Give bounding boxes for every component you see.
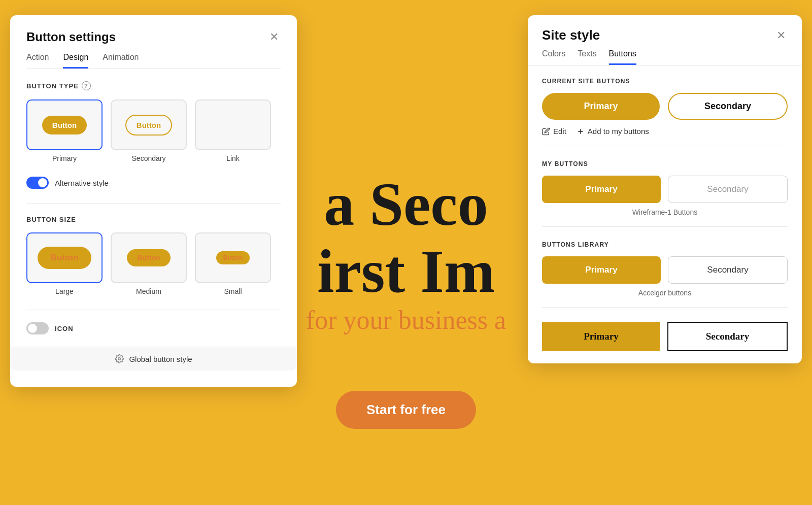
divider-2 <box>26 310 281 310</box>
btn-type-link-box[interactable] <box>195 99 271 150</box>
button-size-label: BUTTON SIZE <box>26 216 281 223</box>
divider-1 <box>26 203 281 204</box>
tab-texts[interactable]: Texts <box>578 49 596 65</box>
current-site-buttons-heading: CURRENT SITE BUTTONS <box>542 78 788 85</box>
serif-buttons-row: Primary Secondary <box>542 322 788 351</box>
btn-size-small-box[interactable]: Button <box>195 232 271 283</box>
alternative-style-label: Alternative style <box>55 179 109 187</box>
panel-header: Button settings ✕ <box>26 29 281 45</box>
btn-type-secondary-box[interactable]: Button <box>111 99 187 150</box>
button-size-grid: Button Large Button Medium Button Small <box>26 232 281 295</box>
headline-text-2: irst Im <box>306 238 506 305</box>
gear-icon <box>115 354 124 363</box>
serif-secondary-button[interactable]: Secondary <box>667 322 788 351</box>
btn-type-secondary-label: Secondary <box>132 154 166 162</box>
my-primary-button[interactable]: Primary <box>542 176 661 203</box>
btn-size-small[interactable]: Button Small <box>195 232 271 295</box>
btn-size-small-label: Small <box>224 287 242 295</box>
my-buttons-row: Primary Secondary <box>542 176 788 203</box>
tab-colors[interactable]: Colors <box>542 49 565 65</box>
inner-small-btn: Button <box>216 251 250 264</box>
button-type-label: BUTTON TYPE ? <box>26 81 281 90</box>
inner-secondary-btn: Button <box>125 115 172 136</box>
my-secondary-button[interactable]: Secondary <box>668 176 788 203</box>
edit-button[interactable]: Edit <box>542 127 566 136</box>
accelgor-name: Accelgor buttons <box>542 289 788 308</box>
btn-type-secondary[interactable]: Button Secondary <box>111 99 187 162</box>
btn-type-link-label: Link <box>226 154 240 162</box>
buttons-library-heading: BUTTONS LIBRARY <box>542 241 788 248</box>
btn-type-primary-label: Primary <box>52 154 77 162</box>
current-secondary-button[interactable]: Secondary <box>668 93 788 120</box>
add-to-my-buttons-button[interactable]: Add to my buttons <box>577 127 649 136</box>
btn-size-medium-box[interactable]: Button <box>111 232 187 283</box>
start-free-button[interactable]: Start for free <box>336 391 476 429</box>
btn-size-large-label: Large <box>55 287 74 295</box>
right-panel-header: Site style ✕ <box>528 15 802 43</box>
inner-primary-btn: Button <box>42 116 87 134</box>
btn-type-link[interactable]: Link <box>195 99 271 162</box>
serif-primary-button[interactable]: Primary <box>542 322 660 351</box>
right-panel-title: Site style <box>542 27 600 43</box>
global-button-style-button[interactable]: Global button style <box>10 347 297 371</box>
headline-text: a Seco <box>306 171 506 238</box>
right-panel-tab-bar: Colors Texts Buttons <box>528 49 802 65</box>
right-panel-body: CURRENT SITE BUTTONS Primary Secondary E… <box>528 65 802 363</box>
current-buttons-row: Primary Secondary <box>542 93 788 120</box>
help-icon[interactable]: ? <box>82 81 91 90</box>
lib-primary-button[interactable]: Primary <box>542 256 661 284</box>
tab-design[interactable]: Design <box>63 53 88 69</box>
button-type-grid: Button Primary Button Secondary Link <box>26 99 281 162</box>
inner-large-btn: Button <box>38 247 92 269</box>
right-panel-close-button[interactable]: ✕ <box>774 28 788 43</box>
lib-buttons-row: Primary Secondary <box>542 256 788 284</box>
btn-type-primary-box[interactable]: Button <box>26 99 103 150</box>
icon-row: ICON <box>26 322 281 334</box>
tab-buttons[interactable]: Buttons <box>609 49 636 65</box>
btn-type-primary[interactable]: Button Primary <box>26 99 103 162</box>
edit-add-row: Edit Add to my buttons <box>542 127 788 146</box>
panel-title: Button settings <box>26 30 116 44</box>
global-btn-label: Global button style <box>129 355 192 363</box>
btn-size-large[interactable]: Button Large <box>26 232 103 295</box>
btn-size-medium[interactable]: Button Medium <box>111 232 187 295</box>
tab-animation[interactable]: Animation <box>103 53 139 69</box>
my-buttons-heading: MY BUTTONS <box>542 160 788 167</box>
plus-icon <box>577 127 585 136</box>
tab-action[interactable]: Action <box>26 53 49 69</box>
wireframe-name: Wireframe-1 Buttons <box>542 208 788 227</box>
current-primary-button[interactable]: Primary <box>542 93 660 120</box>
btn-size-large-box[interactable]: Button <box>26 232 103 283</box>
inner-medium-btn: Button <box>127 249 170 266</box>
button-settings-panel: Button settings ✕ Action Design Animatio… <box>10 15 297 387</box>
edit-icon <box>542 127 550 136</box>
tab-bar: Action Design Animation <box>26 53 281 69</box>
alternative-style-row: Alternative style <box>26 177 281 189</box>
icon-toggle[interactable] <box>26 322 49 334</box>
icon-label: ICON <box>55 325 74 332</box>
site-style-panel: Site style ✕ Colors Texts Buttons CURREN… <box>528 15 802 363</box>
alternative-style-toggle[interactable] <box>26 177 49 189</box>
background-text: a Seco irst Im for your business a <box>306 171 506 334</box>
close-button[interactable]: ✕ <box>267 29 281 45</box>
svg-point-0 <box>118 358 121 360</box>
sub-text: for your business a <box>306 305 506 334</box>
btn-size-medium-label: Medium <box>136 287 161 295</box>
lib-secondary-button[interactable]: Secondary <box>668 256 788 284</box>
